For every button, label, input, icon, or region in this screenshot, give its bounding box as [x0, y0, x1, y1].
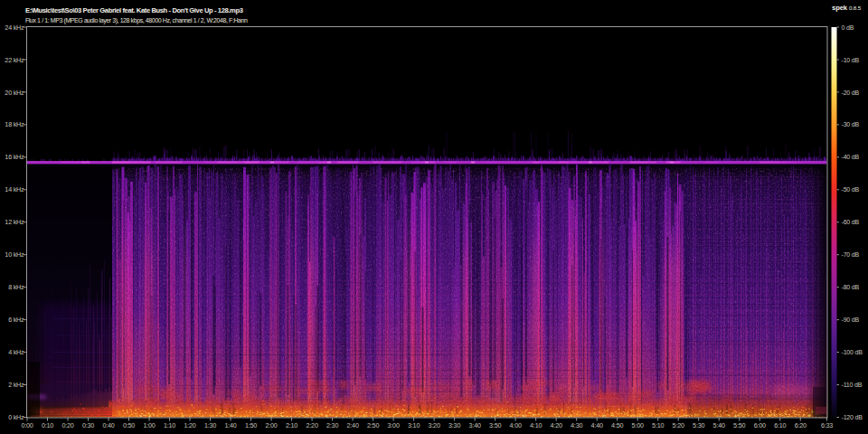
svg-text:2:20: 2:20	[306, 421, 317, 429]
svg-text:-120 dB: -120 dB	[842, 414, 863, 420]
svg-text:0:50: 0:50	[123, 421, 135, 429]
svg-text:1:20: 1:20	[184, 421, 195, 429]
svg-text:6:20: 6:20	[795, 421, 807, 429]
svg-text:3:30: 3:30	[448, 421, 460, 429]
svg-text:4:10: 4:10	[530, 421, 542, 429]
svg-text:-110 dB: -110 dB	[842, 382, 863, 388]
svg-text:-10 dB: -10 dB	[842, 57, 860, 63]
svg-text:6 kHz: 6 kHz	[8, 316, 24, 324]
svg-text:10 kHz: 10 kHz	[5, 250, 24, 259]
svg-text:-40 dB: -40 dB	[842, 154, 860, 160]
svg-text:1:40: 1:40	[224, 421, 236, 429]
svg-text:4:30: 4:30	[571, 421, 582, 429]
svg-text:2:40: 2:40	[346, 421, 358, 429]
svg-text:-20 dB: -20 dB	[842, 90, 860, 96]
svg-text:0:00: 0:00	[21, 421, 33, 429]
svg-text:0:40: 0:40	[102, 421, 114, 429]
svg-text:0 dB: 0 dB	[842, 24, 854, 31]
svg-text:1:00: 1:00	[143, 421, 155, 429]
svg-text:3:20: 3:20	[429, 421, 440, 429]
svg-text:1:30: 1:30	[204, 421, 216, 429]
svg-text:5:30: 5:30	[693, 421, 704, 429]
svg-text:6:10: 6:10	[774, 421, 786, 429]
svg-text:0:30: 0:30	[82, 421, 94, 429]
svg-text:14 kHz: 14 kHz	[5, 185, 24, 193]
svg-text:Flux 1 / 1: MP3 (MPEG audio la: Flux 1 / 1: MP3 (MPEG audio layer 3), 12…	[25, 17, 248, 24]
svg-text:4:40: 4:40	[591, 421, 603, 429]
svg-text:6:00: 6:00	[754, 421, 766, 429]
svg-text:5:20: 5:20	[673, 421, 684, 429]
svg-text:5:50: 5:50	[733, 421, 745, 429]
svg-text:2:30: 2:30	[326, 421, 338, 429]
svg-text:20 kHz: 20 kHz	[5, 89, 24, 97]
svg-text:4:50: 4:50	[611, 421, 623, 429]
svg-text:1:50: 1:50	[245, 421, 257, 429]
svg-text:6:33: 6:33	[821, 421, 833, 429]
svg-text:3:00: 3:00	[388, 421, 400, 429]
svg-text:3:50: 3:50	[489, 421, 501, 429]
svg-text:E:\Music\test\So\03 Peter Gabr: E:\Music\test\So\03 Peter Gabriel feat. …	[25, 6, 243, 14]
svg-text:4 kHz: 4 kHz	[8, 348, 24, 356]
svg-text:-80 dB: -80 dB	[842, 284, 860, 290]
svg-text:3:10: 3:10	[408, 421, 420, 429]
svg-text:22 kHz: 22 kHz	[5, 56, 24, 64]
svg-text:12 kHz: 12 kHz	[5, 218, 24, 226]
svg-text:0:20: 0:20	[61, 421, 73, 429]
svg-text:16 kHz: 16 kHz	[5, 153, 24, 161]
svg-text:4:00: 4:00	[510, 421, 522, 429]
svg-text:24 kHz: 24 kHz	[5, 24, 24, 32]
svg-text:5:40: 5:40	[713, 421, 725, 429]
svg-text:0:10: 0:10	[42, 421, 53, 429]
svg-text:3:40: 3:40	[469, 421, 481, 429]
svg-text:5:10: 5:10	[652, 421, 664, 429]
svg-text:4:20: 4:20	[551, 421, 562, 429]
svg-text:2:50: 2:50	[367, 421, 379, 429]
svg-text:2:00: 2:00	[265, 421, 277, 429]
svg-text:2:10: 2:10	[286, 421, 297, 429]
svg-text:18 kHz: 18 kHz	[5, 120, 24, 128]
svg-text:-30 dB: -30 dB	[842, 121, 860, 127]
svg-text:2 kHz: 2 kHz	[8, 381, 24, 389]
svg-text:spek 0.8.5: spek 0.8.5	[832, 4, 862, 12]
svg-text:-100 dB: -100 dB	[842, 349, 863, 355]
svg-text:-90 dB: -90 dB	[842, 316, 860, 323]
svg-text:8 kHz: 8 kHz	[8, 283, 24, 291]
svg-text:1:10: 1:10	[164, 421, 175, 429]
svg-text:-70 dB: -70 dB	[842, 251, 860, 258]
svg-text:5:00: 5:00	[632, 421, 644, 429]
svg-text:-50 dB: -50 dB	[842, 186, 860, 193]
svg-text:-60 dB: -60 dB	[842, 219, 860, 225]
